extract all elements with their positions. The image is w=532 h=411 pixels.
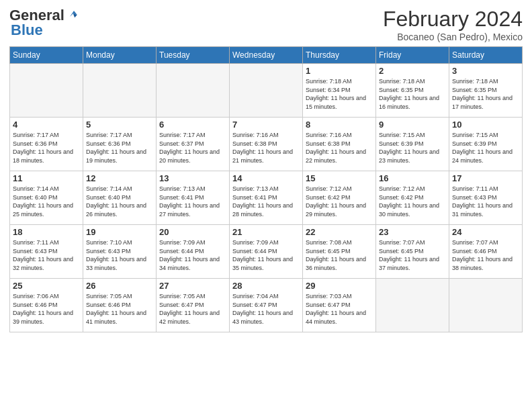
day-cell: 7Sunrise: 7:16 AMSunset: 6:38 PMDaylight… [230, 118, 303, 171]
day-number: 13 [159, 173, 226, 183]
day-number: 3 [452, 66, 519, 76]
day-info: Sunrise: 7:18 AMSunset: 6:35 PMDaylight:… [452, 77, 519, 111]
day-info: Sunrise: 7:13 AMSunset: 6:41 PMDaylight:… [232, 185, 300, 218]
day-number: 12 [86, 173, 153, 183]
day-cell [376, 279, 449, 332]
day-number: 7 [232, 120, 300, 130]
day-info: Sunrise: 7:15 AMSunset: 6:39 PMDaylight:… [452, 131, 519, 165]
day-info: Sunrise: 7:14 AMSunset: 6:40 PMDaylight:… [13, 185, 80, 218]
day-number: 18 [13, 227, 80, 237]
day-cell: 14Sunrise: 7:13 AMSunset: 6:41 PMDayligh… [230, 171, 303, 225]
day-cell [157, 64, 230, 118]
day-header-saturday: Saturday [449, 47, 523, 64]
day-number: 28 [232, 281, 300, 291]
day-info: Sunrise: 7:07 AMSunset: 6:46 PMDaylight:… [452, 238, 519, 272]
day-cell: 29Sunrise: 7:03 AMSunset: 6:47 PMDayligh… [303, 279, 376, 332]
day-cell: 4Sunrise: 7:17 AMSunset: 6:36 PMDaylight… [10, 118, 83, 171]
title-area: February 2024 Bocaneo (San Pedro), Mexic… [383, 7, 523, 42]
day-info: Sunrise: 7:10 AMSunset: 6:43 PMDaylight:… [86, 238, 153, 272]
day-header-monday: Monday [83, 47, 157, 64]
subtitle: Bocaneo (San Pedro), Mexico [383, 32, 523, 42]
day-cell: 6Sunrise: 7:17 AMSunset: 6:37 PMDaylight… [157, 118, 230, 171]
day-info: Sunrise: 7:09 AMSunset: 6:44 PMDaylight:… [232, 238, 300, 272]
day-info: Sunrise: 7:17 AMSunset: 6:36 PMDaylight:… [86, 131, 153, 165]
day-number: 11 [13, 173, 80, 183]
day-cell: 15Sunrise: 7:12 AMSunset: 6:42 PMDayligh… [303, 171, 376, 225]
day-header-tuesday: Tuesday [157, 47, 230, 64]
day-number: 21 [232, 227, 300, 237]
day-cell [449, 279, 523, 332]
week-row-2: 11Sunrise: 7:14 AMSunset: 6:40 PMDayligh… [10, 171, 523, 225]
week-row-3: 18Sunrise: 7:11 AMSunset: 6:43 PMDayligh… [10, 225, 523, 279]
day-cell: 24Sunrise: 7:07 AMSunset: 6:46 PMDayligh… [449, 225, 523, 279]
day-number: 19 [86, 227, 153, 237]
day-info: Sunrise: 7:17 AMSunset: 6:36 PMDaylight:… [13, 131, 80, 165]
day-cell: 17Sunrise: 7:11 AMSunset: 6:43 PMDayligh… [449, 171, 523, 225]
day-info: Sunrise: 7:11 AMSunset: 6:43 PMDaylight:… [13, 238, 80, 272]
day-number: 6 [159, 120, 226, 130]
day-cell: 2Sunrise: 7:18 AMSunset: 6:35 PMDaylight… [376, 64, 449, 118]
day-info: Sunrise: 7:16 AMSunset: 6:38 PMDaylight:… [232, 131, 300, 165]
day-cell: 5Sunrise: 7:17 AMSunset: 6:36 PMDaylight… [83, 118, 157, 171]
day-number: 8 [306, 120, 373, 130]
day-info: Sunrise: 7:11 AMSunset: 6:43 PMDaylight:… [452, 185, 519, 218]
day-cell: 25Sunrise: 7:06 AMSunset: 6:46 PMDayligh… [10, 279, 83, 332]
day-cell: 19Sunrise: 7:10 AMSunset: 6:43 PMDayligh… [83, 225, 157, 279]
logo-blue-text: Blue [11, 21, 43, 38]
day-cell: 20Sunrise: 7:09 AMSunset: 6:44 PMDayligh… [157, 225, 230, 279]
day-cell: 1Sunrise: 7:18 AMSunset: 6:34 PMDaylight… [303, 64, 376, 118]
day-number: 5 [86, 120, 153, 130]
day-cell: 12Sunrise: 7:14 AMSunset: 6:40 PMDayligh… [83, 171, 157, 225]
day-info: Sunrise: 7:12 AMSunset: 6:42 PMDaylight:… [379, 185, 446, 218]
day-cell: 8Sunrise: 7:16 AMSunset: 6:38 PMDaylight… [303, 118, 376, 171]
day-number: 26 [86, 281, 153, 291]
day-info: Sunrise: 7:07 AMSunset: 6:45 PMDaylight:… [379, 238, 446, 272]
day-info: Sunrise: 7:16 AMSunset: 6:38 PMDaylight:… [306, 131, 373, 165]
day-header-friday: Friday [376, 47, 449, 64]
day-cell: 16Sunrise: 7:12 AMSunset: 6:42 PMDayligh… [376, 171, 449, 225]
day-info: Sunrise: 7:17 AMSunset: 6:37 PMDaylight:… [159, 131, 226, 165]
day-info: Sunrise: 7:05 AMSunset: 6:46 PMDaylight:… [86, 292, 153, 326]
day-cell: 3Sunrise: 7:18 AMSunset: 6:35 PMDaylight… [449, 64, 523, 118]
day-cell: 18Sunrise: 7:11 AMSunset: 6:43 PMDayligh… [10, 225, 83, 279]
day-info: Sunrise: 7:06 AMSunset: 6:46 PMDaylight:… [13, 292, 80, 326]
day-info: Sunrise: 7:15 AMSunset: 6:39 PMDaylight:… [379, 131, 446, 165]
day-info: Sunrise: 7:05 AMSunset: 6:47 PMDaylight:… [159, 292, 226, 326]
week-row-0: 1Sunrise: 7:18 AMSunset: 6:34 PMDaylight… [10, 64, 523, 118]
day-number: 4 [13, 120, 80, 130]
day-number: 10 [452, 120, 519, 130]
day-number: 17 [452, 173, 519, 183]
day-cell: 11Sunrise: 7:14 AMSunset: 6:40 PMDayligh… [10, 171, 83, 225]
day-number: 29 [306, 281, 373, 291]
day-header-wednesday: Wednesday [230, 47, 303, 64]
day-number: 20 [159, 227, 226, 237]
week-row-4: 25Sunrise: 7:06 AMSunset: 6:46 PMDayligh… [10, 279, 523, 332]
logo: General Blue [9, 7, 78, 39]
day-cell [10, 64, 83, 118]
day-info: Sunrise: 7:18 AMSunset: 6:34 PMDaylight:… [306, 77, 373, 111]
day-cell: 28Sunrise: 7:04 AMSunset: 6:47 PMDayligh… [230, 279, 303, 332]
logo-bird-icon [66, 9, 78, 21]
day-number: 22 [306, 227, 373, 237]
day-cell [83, 64, 157, 118]
day-number: 14 [232, 173, 300, 183]
day-header-thursday: Thursday [303, 47, 376, 64]
header: General Blue February 2024 Bocaneo (San … [9, 7, 523, 42]
day-cell: 10Sunrise: 7:15 AMSunset: 6:39 PMDayligh… [449, 118, 523, 171]
calendar-table: SundayMondayTuesdayWednesdayThursdayFrid… [9, 46, 523, 332]
day-number: 23 [379, 227, 446, 237]
day-info: Sunrise: 7:12 AMSunset: 6:42 PMDaylight:… [306, 185, 373, 218]
day-info: Sunrise: 7:08 AMSunset: 6:45 PMDaylight:… [306, 238, 373, 272]
day-number: 1 [306, 66, 373, 76]
day-number: 27 [159, 281, 226, 291]
day-cell: 21Sunrise: 7:09 AMSunset: 6:44 PMDayligh… [230, 225, 303, 279]
day-number: 9 [379, 120, 446, 130]
day-info: Sunrise: 7:13 AMSunset: 6:41 PMDaylight:… [159, 185, 226, 218]
day-number: 24 [452, 227, 519, 237]
day-cell: 13Sunrise: 7:13 AMSunset: 6:41 PMDayligh… [157, 171, 230, 225]
day-info: Sunrise: 7:03 AMSunset: 6:47 PMDaylight:… [306, 292, 373, 326]
day-info: Sunrise: 7:09 AMSunset: 6:44 PMDaylight:… [159, 238, 226, 272]
day-cell: 26Sunrise: 7:05 AMSunset: 6:46 PMDayligh… [83, 279, 157, 332]
week-row-1: 4Sunrise: 7:17 AMSunset: 6:36 PMDaylight… [10, 118, 523, 171]
day-header-sunday: Sunday [10, 47, 83, 64]
